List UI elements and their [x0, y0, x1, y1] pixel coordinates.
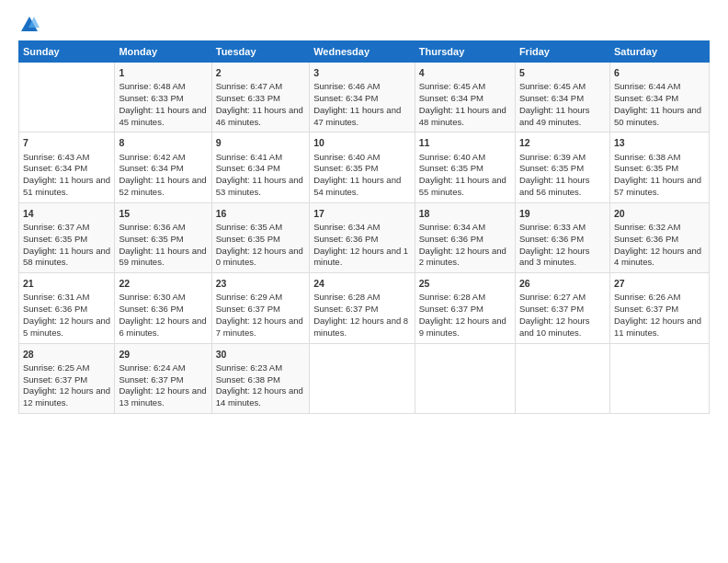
sunrise: Sunrise: 6:28 AM	[313, 292, 380, 302]
day-number: 30	[216, 348, 305, 361]
daylight: Daylight: 11 hours and 50 minutes.	[614, 105, 701, 127]
daylight: Daylight: 11 hours and 56 minutes.	[519, 175, 590, 197]
sunrise: Sunrise: 6:27 AM	[519, 292, 586, 302]
calendar-cell	[415, 343, 515, 413]
calendar-week-1: 1Sunrise: 6:48 AMSunset: 6:33 PMDaylight…	[19, 63, 710, 132]
day-number: 21	[23, 277, 110, 290]
daylight: Daylight: 12 hours and 5 minutes.	[23, 316, 110, 338]
sunrise: Sunrise: 6:28 AM	[419, 292, 485, 302]
sunrise: Sunrise: 6:29 AM	[216, 292, 282, 302]
header-wednesday: Wednesday	[310, 41, 415, 63]
sunset: Sunset: 6:37 PM	[419, 304, 483, 314]
calendar-cell: 18Sunrise: 6:34 AMSunset: 6:36 PMDayligh…	[415, 202, 515, 272]
calendar-week-2: 7Sunrise: 6:43 AMSunset: 6:34 PMDaylight…	[19, 132, 710, 202]
sunset: Sunset: 6:33 PM	[216, 93, 280, 103]
sunset: Sunset: 6:37 PM	[519, 304, 584, 314]
daylight: Daylight: 11 hours and 53 minutes.	[216, 175, 303, 197]
daylight: Daylight: 11 hours and 54 minutes.	[313, 175, 401, 197]
day-number: 17	[313, 207, 411, 220]
sunset: Sunset: 6:34 PM	[313, 93, 378, 103]
sunset: Sunset: 6:36 PM	[119, 304, 183, 314]
daylight: Daylight: 11 hours and 45 minutes.	[119, 105, 206, 127]
sunset: Sunset: 6:36 PM	[614, 234, 678, 244]
daylight: Daylight: 11 hours and 57 minutes.	[614, 175, 701, 197]
day-number: 13	[614, 136, 705, 149]
calendar-cell: 10Sunrise: 6:40 AMSunset: 6:35 PMDayligh…	[310, 132, 415, 202]
day-number: 11	[419, 136, 511, 149]
calendar-cell: 13Sunrise: 6:38 AMSunset: 6:35 PMDayligh…	[609, 132, 709, 202]
day-number: 8	[119, 136, 207, 149]
daylight: Daylight: 11 hours and 48 minutes.	[419, 105, 506, 127]
calendar-cell: 29Sunrise: 6:24 AMSunset: 6:37 PMDayligh…	[115, 343, 211, 413]
daylight: Daylight: 12 hours and 1 minute.	[313, 246, 408, 268]
page: SundayMondayTuesdayWednesdayThursdayFrid…	[0, 0, 728, 563]
sunrise: Sunrise: 6:25 AM	[23, 362, 89, 373]
sunset: Sunset: 6:36 PM	[419, 234, 483, 244]
calendar-cell: 4Sunrise: 6:45 AMSunset: 6:34 PMDaylight…	[415, 63, 515, 132]
sunrise: Sunrise: 6:31 AM	[23, 292, 89, 302]
sunset: Sunset: 6:35 PM	[614, 163, 678, 173]
sunset: Sunset: 6:35 PM	[216, 234, 280, 244]
day-number: 14	[23, 207, 110, 220]
daylight: Daylight: 11 hours and 47 minutes.	[313, 105, 401, 127]
daylight: Daylight: 12 hours and 13 minutes.	[119, 385, 206, 408]
calendar-cell: 2Sunrise: 6:47 AMSunset: 6:33 PMDaylight…	[211, 63, 309, 132]
sunrise: Sunrise: 6:45 AM	[519, 81, 586, 91]
day-number: 2	[216, 66, 305, 79]
calendar-cell: 7Sunrise: 6:43 AMSunset: 6:34 PMDaylight…	[19, 132, 115, 202]
calendar-cell	[609, 343, 709, 413]
logo	[18, 15, 40, 33]
calendar-cell: 21Sunrise: 6:31 AMSunset: 6:36 PMDayligh…	[19, 273, 115, 343]
sunrise: Sunrise: 6:33 AM	[519, 222, 586, 232]
sunrise: Sunrise: 6:47 AM	[216, 81, 282, 91]
sunset: Sunset: 6:35 PM	[119, 234, 183, 244]
sunrise: Sunrise: 6:34 AM	[419, 222, 485, 232]
calendar-cell: 14Sunrise: 6:37 AMSunset: 6:35 PMDayligh…	[19, 202, 115, 272]
day-number: 24	[313, 277, 411, 290]
sunrise: Sunrise: 6:40 AM	[313, 152, 380, 162]
daylight: Daylight: 12 hours and 2 minutes.	[419, 246, 506, 268]
daylight: Daylight: 12 hours and 7 minutes.	[216, 316, 303, 338]
header-monday: Monday	[115, 41, 211, 63]
header-sunday: Sunday	[19, 41, 115, 63]
daylight: Daylight: 11 hours and 46 minutes.	[216, 105, 303, 127]
sunset: Sunset: 6:35 PM	[23, 234, 87, 244]
daylight: Daylight: 11 hours and 52 minutes.	[119, 175, 206, 197]
header	[18, 15, 710, 33]
sunset: Sunset: 6:34 PM	[614, 93, 678, 103]
calendar-cell: 23Sunrise: 6:29 AMSunset: 6:37 PMDayligh…	[211, 273, 309, 343]
day-number: 26	[519, 277, 606, 290]
sunrise: Sunrise: 6:48 AM	[119, 81, 185, 91]
sunrise: Sunrise: 6:46 AM	[313, 81, 380, 91]
sunset: Sunset: 6:36 PM	[519, 234, 584, 244]
sunset: Sunset: 6:37 PM	[119, 374, 183, 385]
daylight: Daylight: 11 hours and 49 minutes.	[519, 105, 590, 127]
sunset: Sunset: 6:36 PM	[313, 234, 378, 244]
sunrise: Sunrise: 6:39 AM	[519, 152, 586, 162]
calendar-cell	[310, 343, 415, 413]
header-tuesday: Tuesday	[211, 41, 309, 63]
sunset: Sunset: 6:34 PM	[519, 93, 584, 103]
calendar-cell: 15Sunrise: 6:36 AMSunset: 6:35 PMDayligh…	[115, 202, 211, 272]
day-number: 6	[614, 66, 705, 79]
calendar-week-5: 28Sunrise: 6:25 AMSunset: 6:37 PMDayligh…	[19, 343, 710, 413]
sunrise: Sunrise: 6:37 AM	[23, 222, 89, 232]
calendar-cell	[515, 343, 609, 413]
sunset: Sunset: 6:33 PM	[119, 93, 183, 103]
day-number: 20	[614, 207, 705, 220]
calendar-cell: 6Sunrise: 6:44 AMSunset: 6:34 PMDaylight…	[609, 63, 709, 132]
calendar-cell: 17Sunrise: 6:34 AMSunset: 6:36 PMDayligh…	[310, 202, 415, 272]
daylight: Daylight: 11 hours and 58 minutes.	[23, 246, 110, 268]
day-number: 22	[119, 277, 207, 290]
calendar-cell: 1Sunrise: 6:48 AMSunset: 6:33 PMDaylight…	[115, 63, 211, 132]
sunrise: Sunrise: 6:32 AM	[614, 222, 680, 232]
daylight: Daylight: 12 hours and 9 minutes.	[419, 316, 506, 338]
daylight: Daylight: 11 hours and 55 minutes.	[419, 175, 506, 197]
header-thursday: Thursday	[415, 41, 515, 63]
sunrise: Sunrise: 6:30 AM	[119, 292, 185, 302]
day-number: 7	[23, 136, 110, 149]
calendar-table: SundayMondayTuesdayWednesdayThursdayFrid…	[18, 40, 710, 414]
daylight: Daylight: 12 hours and 12 minutes.	[23, 385, 110, 408]
daylight: Daylight: 12 hours and 3 minutes.	[519, 246, 590, 268]
calendar-cell: 19Sunrise: 6:33 AMSunset: 6:36 PMDayligh…	[515, 202, 609, 272]
